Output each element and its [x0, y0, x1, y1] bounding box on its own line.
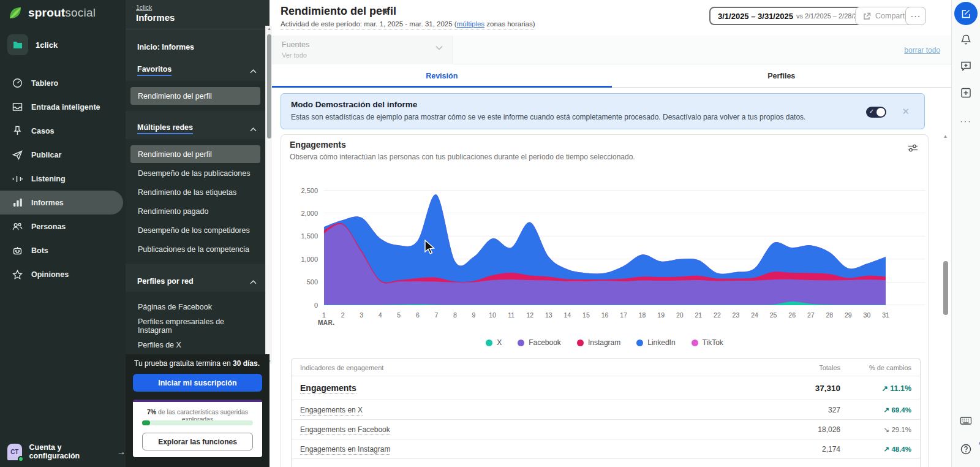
plane-icon [12, 150, 23, 160]
metric-row-engagements-en-facebook[interactable]: Engagements en Facebook18,026↘ 29.1% [292, 420, 920, 439]
nav-item-opiniones[interactable]: Opiniones [0, 262, 126, 286]
bell-icon [960, 34, 971, 45]
feedback-button[interactable] [960, 61, 971, 71]
breadcrumb[interactable]: 1click [136, 4, 152, 11]
legend-item-tiktok[interactable]: TikTok [692, 338, 723, 347]
y-tick-500: 500 [281, 278, 318, 286]
metric-total: 37,310 [815, 384, 840, 393]
legend-dot [518, 340, 524, 346]
divider [126, 29, 270, 29]
report-link-desempe-o-de-los-competidores[interactable]: Desempeño de los competidores [130, 221, 260, 239]
metric-change: ↗ 69.4% [884, 406, 911, 414]
legend-dot [692, 340, 698, 346]
tab-revisión[interactable]: Revisión [272, 64, 612, 87]
rail-more-button[interactable]: ··· [960, 116, 972, 126]
report-link-rendimiento-del-perfil[interactable]: Rendimiento del perfil [130, 87, 260, 105]
legend-item-x[interactable]: X [486, 338, 502, 347]
nav-item-bots[interactable]: Bots [0, 238, 126, 262]
explore-features-button[interactable]: Explorar las funciones [142, 433, 253, 450]
section-header-1[interactable]: Múltiples redes [126, 118, 265, 139]
report-link-perfiles-empresariales-de-instagram[interactable]: Perfiles empresariales de Instagram [130, 317, 260, 335]
metric-row-engagements-en-x[interactable]: Engagements en X327↗ 69.4% [292, 400, 920, 420]
primary-sidebar: sproutsocial 1click TableroEntrada intel… [0, 0, 126, 467]
nav-label: Listening [31, 175, 66, 183]
nav-item-casos[interactable]: Casos [0, 119, 126, 143]
x-tick-4: 4 [379, 311, 382, 319]
close-icon[interactable]: ✕ [902, 106, 910, 117]
nav-item-publicar[interactable]: Publicar [0, 143, 126, 167]
report-link-perfiles-de-x[interactable]: Perfiles de X [130, 336, 260, 354]
more-options-button[interactable]: ··· [905, 7, 926, 25]
sidebar-scrollbar[interactable]: ▲ ▼ [265, 26, 272, 364]
start-subscription-button[interactable]: Iniciar mi suscripción [133, 374, 262, 392]
favorite-star-icon[interactable]: ★ [381, 6, 389, 17]
report-link-publicaciones-de-la-competencia[interactable]: Publicaciones de la competencia [130, 240, 260, 258]
tab-perfiles[interactable]: Perfiles [612, 64, 952, 87]
metric-label: Engagements en Facebook [300, 425, 390, 435]
nav-item-tablero[interactable]: Tablero [0, 71, 126, 95]
demo-mode-toggle[interactable]: ✓ [866, 107, 886, 118]
x-tick-21: 21 [695, 311, 702, 319]
metric-change: ↗ 48.4% [884, 445, 911, 454]
account-settings[interactable]: CT Cuenta y configuración → [0, 436, 126, 467]
folder-icon [7, 34, 28, 55]
report-link-rendimiento-del-perfil[interactable]: Rendimiento del perfil [130, 145, 260, 163]
people-icon [12, 221, 23, 232]
report-link-rendimiento-de-las-etiquetas[interactable]: Rendimiento de las etiquetas [130, 183, 260, 201]
chevron-up-icon [250, 123, 257, 134]
content-scrollbar[interactable]: ▲ [941, 134, 949, 467]
arrow-right-icon: → [117, 447, 126, 457]
nav-item-personas[interactable]: Personas [0, 215, 126, 238]
x-tick-31: 31 [882, 311, 889, 319]
report-link-desempe-o-de-las-publicaciones[interactable]: Desempeño de las publicaciones [130, 164, 260, 182]
help-button[interactable] [952, 444, 980, 455]
chart-settings-icon[interactable] [908, 143, 918, 153]
notifications-button[interactable] [960, 34, 971, 45]
scroll-up-icon[interactable]: ▲ [266, 26, 272, 31]
x-tick-3: 3 [360, 311, 363, 319]
x-tick-5: 5 [397, 311, 401, 319]
x-tick-7: 7 [434, 311, 438, 319]
scrollbar-thumb[interactable] [943, 261, 948, 315]
workspace-switcher[interactable]: 1click [7, 34, 58, 55]
compose-button[interactable] [954, 2, 978, 25]
table-header: Indicadores de engagement Totales % de c… [292, 359, 920, 376]
date-range-picker[interactable]: 3/1/2025 – 3/31/2025 vs 2/1/2025 – 2/28/… [709, 7, 877, 25]
clear-all-link[interactable]: borrar todo [904, 46, 940, 55]
report-link-rendimiento-pagado[interactable]: Rendimiento pagado [130, 202, 260, 220]
y-tick-0: 0 [281, 302, 318, 309]
y-tick-2500: 2,500 [281, 187, 318, 194]
scrollbar-thumb[interactable] [267, 34, 271, 139]
utility-rail: ··· [951, 0, 980, 467]
nav-item-listening[interactable]: Listening [0, 167, 126, 191]
legend-item-instagram[interactable]: Instagram [577, 338, 620, 347]
legend-label: Facebook [529, 338, 561, 347]
banner-title: Modo Demostración del informe [291, 100, 417, 109]
section-header-2[interactable]: Perfiles por red [126, 271, 265, 292]
star-icon [12, 269, 23, 279]
progress-fill [142, 420, 150, 425]
keyboard-shortcuts-button[interactable] [960, 417, 972, 425]
reports-home-link[interactable]: Inicio: Informes [137, 43, 194, 51]
x-tick-10: 10 [489, 311, 496, 319]
x-tick-29: 29 [845, 311, 852, 319]
table-body: Engagements37,310↗ 11.1%Engagements en X… [292, 376, 920, 459]
sources-dropdown[interactable]: Fuentes Ver todo [272, 36, 453, 64]
x-tick-18: 18 [639, 311, 646, 319]
engagements-area-chart[interactable] [324, 190, 925, 305]
section-header-0[interactable]: Favoritos [126, 60, 265, 81]
legend-label: LinkedIn [647, 338, 675, 347]
keyboard-icon [960, 417, 972, 425]
timezones-link[interactable]: múltiples [457, 20, 484, 28]
nav-item-informes[interactable]: Informes [0, 191, 123, 215]
nav-item-entrada-inteligente[interactable]: Entrada inteligente [0, 95, 126, 119]
report-link-p-ginas-de-facebook[interactable]: Páginas de Facebook [130, 298, 260, 316]
legend-item-facebook[interactable]: Facebook [518, 338, 561, 347]
add-widget-button[interactable] [961, 88, 971, 98]
sprout-logo[interactable]: sproutsocial [7, 5, 96, 21]
metric-row-engagements[interactable]: Engagements37,310↗ 11.1% [292, 376, 920, 400]
nav-label: Bots [31, 246, 48, 255]
legend-item-linkedin[interactable]: LinkedIn [636, 338, 675, 347]
scroll-up-icon[interactable]: ▲ [941, 134, 949, 139]
metric-row-engagements-en-instagram[interactable]: Engagements en Instagram2,174↗ 48.4% [292, 439, 920, 459]
